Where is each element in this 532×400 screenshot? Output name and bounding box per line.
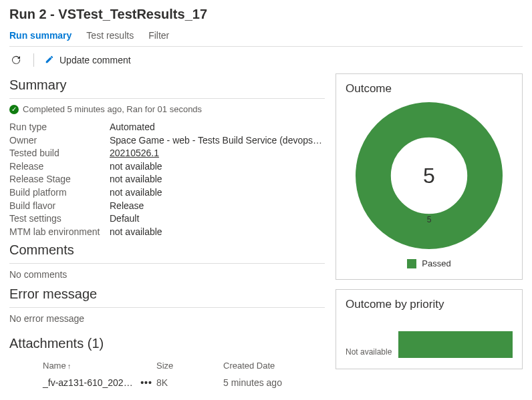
value-release: not available bbox=[110, 160, 162, 174]
divider bbox=[9, 307, 325, 308]
divider bbox=[9, 98, 325, 99]
value-build-platform: not available bbox=[110, 186, 162, 200]
error-heading: Error message bbox=[9, 286, 325, 302]
sort-asc-icon: ↑ bbox=[68, 362, 72, 370]
attachments-table: Name↑ Size Created Date _fv-az131-610_20… bbox=[9, 358, 325, 392]
outcome-total: 5 bbox=[423, 164, 435, 188]
check-icon: ✓ bbox=[9, 105, 19, 114]
update-comment-button[interactable]: Update comment bbox=[45, 55, 131, 66]
outcome-donut-chart: 5 5 bbox=[356, 102, 503, 249]
label-build-platform: Build platform bbox=[9, 186, 110, 200]
column-created[interactable]: Created Date bbox=[223, 361, 325, 371]
attachment-created: 5 minutes ago bbox=[223, 377, 325, 388]
status-text: Completed 5 minutes ago, Ran for 01 seco… bbox=[23, 104, 202, 114]
divider bbox=[9, 263, 325, 264]
page-title: Run 2 - VSTest_TestResults_17 bbox=[9, 7, 523, 22]
attachment-name: _fv-az131-610_2021-05-2… bbox=[9, 377, 136, 388]
status-row: ✓ Completed 5 minutes ago, Ran for 01 se… bbox=[9, 104, 325, 114]
value-build-flavor: Release bbox=[110, 200, 144, 213]
outcome-legend: Passed bbox=[407, 258, 450, 268]
tab-test-results[interactable]: Test results bbox=[86, 30, 134, 41]
label-release-stage: Release Stage bbox=[9, 173, 110, 186]
error-empty: No error message bbox=[9, 313, 325, 324]
attachment-size: 8K bbox=[156, 377, 223, 388]
priority-bar-label: Not available bbox=[346, 347, 392, 358]
value-mtm-env: not available bbox=[110, 226, 162, 239]
value-run-type: Automated bbox=[110, 121, 155, 134]
update-comment-label: Update comment bbox=[59, 55, 131, 65]
edit-icon bbox=[45, 55, 54, 66]
attachments-heading: Attachments (1) bbox=[9, 336, 325, 351]
priority-bar bbox=[398, 331, 513, 358]
outcome-heading: Outcome bbox=[346, 82, 513, 95]
tab-run-summary[interactable]: Run summary bbox=[9, 30, 72, 41]
label-test-settings: Test settings bbox=[9, 212, 110, 226]
legend-swatch-passed bbox=[407, 259, 416, 268]
label-build-flavor: Build flavor bbox=[9, 200, 110, 213]
comments-empty: No comments bbox=[9, 269, 325, 280]
outcome-priority-heading: Outcome by priority bbox=[346, 298, 513, 311]
label-mtm-env: MTM lab environment bbox=[9, 226, 110, 239]
tabs: Run summary Test results Filter bbox=[9, 30, 523, 47]
value-tested-build[interactable]: 20210526.1 bbox=[110, 147, 159, 160]
label-owner: Owner bbox=[9, 134, 110, 148]
toolbar-divider bbox=[33, 53, 34, 67]
outcome-card: Outcome 5 5 Passed bbox=[336, 73, 523, 280]
value-release-stage: not available bbox=[110, 173, 162, 186]
toolbar: Update comment bbox=[0, 47, 532, 73]
label-tested-build: Tested build bbox=[9, 147, 110, 160]
summary-heading: Summary bbox=[9, 77, 325, 93]
legend-label-passed: Passed bbox=[422, 258, 450, 268]
priority-bar-chart: Not available bbox=[346, 318, 513, 358]
outcome-priority-card: Outcome by priority Not available bbox=[336, 289, 523, 369]
tab-filter[interactable]: Filter bbox=[148, 30, 169, 41]
column-name[interactable]: Name↑ bbox=[9, 361, 156, 371]
value-test-settings: Default bbox=[110, 212, 139, 226]
label-run-type: Run type bbox=[9, 121, 110, 134]
table-row[interactable]: _fv-az131-610_2021-05-2… ••• 8K 5 minute… bbox=[9, 373, 325, 392]
more-icon[interactable]: ••• bbox=[136, 377, 156, 388]
outcome-passed-count: 5 bbox=[427, 215, 432, 224]
value-owner: Space Game - web - Tests Build Service (… bbox=[110, 134, 325, 148]
comments-heading: Comments bbox=[9, 242, 325, 258]
column-size[interactable]: Size bbox=[156, 361, 223, 371]
refresh-icon[interactable] bbox=[9, 53, 23, 67]
label-release: Release bbox=[9, 160, 110, 174]
